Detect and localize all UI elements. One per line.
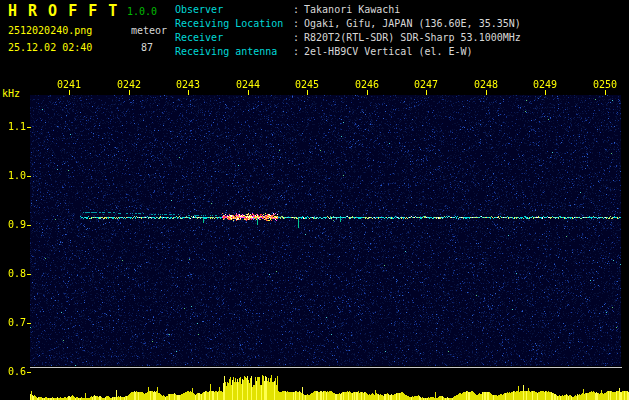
app-version: 1.0.0 — [127, 6, 157, 17]
info-separator: : — [293, 4, 299, 15]
x-tick-label: 0248 — [472, 79, 500, 90]
y-tick-label: 1.0 — [2, 170, 26, 181]
info-label-antenna: Receiving antenna — [175, 45, 293, 59]
x-tick-label: 0247 — [412, 79, 440, 90]
record-datetime: 25.12.02 02:40 — [8, 42, 92, 53]
info-separator: : — [293, 18, 299, 29]
spectrogram-canvas — [30, 95, 621, 366]
info-value-antenna: 2el-HB9CV Vertical (el. E-W) — [304, 46, 473, 57]
y-tick-label: 0.9 — [2, 219, 26, 230]
y-tick-label: 0.8 — [2, 268, 26, 279]
x-tick-label: 0242 — [115, 79, 143, 90]
info-label-receiver: Receiver — [175, 31, 293, 45]
app-title: H R O F F T — [8, 2, 118, 20]
level-reference-line — [30, 367, 622, 368]
info-value-location: Ogaki, Gifu, JAPAN (136.60E, 35.35N) — [304, 18, 521, 29]
x-tick-label: 0250 — [591, 79, 619, 90]
info-row-observer: Observer:Takanori Kawachi — [175, 3, 521, 17]
info-label-observer: Observer — [175, 3, 293, 17]
info-value-receiver: R820T2(RTL-SDR) SDR-Sharp 53.1000MHz — [304, 32, 521, 43]
info-row-antenna: Receiving antenna:2el-HB9CV Vertical (el… — [175, 45, 521, 59]
y-tick-label: 0.7 — [2, 317, 26, 328]
y-tick-label: 0.6 — [2, 366, 26, 377]
x-tick-label: 0245 — [293, 79, 321, 90]
info-row-location: Receiving Location:Ogaki, Gifu, JAPAN (1… — [175, 17, 521, 31]
mode-label: meteor — [131, 25, 167, 36]
level-meter-canvas — [30, 370, 629, 400]
info-value-observer: Takanori Kawachi — [304, 4, 400, 15]
info-separator: : — [293, 32, 299, 43]
x-tick-label: 0246 — [353, 79, 381, 90]
station-info: Observer:Takanori Kawachi Receiving Loca… — [175, 3, 521, 59]
count-value: 87 — [141, 42, 153, 53]
y-tick-label: 1.1 — [2, 121, 26, 132]
y-axis-unit: kHz — [2, 88, 20, 99]
info-label-location: Receiving Location — [175, 17, 293, 31]
info-row-receiver: Receiver:R820T2(RTL-SDR) SDR-Sharp 53.10… — [175, 31, 521, 45]
x-tick-label: 0243 — [174, 79, 202, 90]
output-filename: 2512020240.png — [8, 25, 92, 36]
hrofft-screen: H R O F F T 1.0.0 2512020240.png meteor … — [0, 0, 629, 400]
info-separator: : — [293, 46, 299, 57]
x-tick-label: 0241 — [55, 79, 83, 90]
x-tick-label: 0244 — [234, 79, 262, 90]
x-tick-label: 0249 — [531, 79, 559, 90]
